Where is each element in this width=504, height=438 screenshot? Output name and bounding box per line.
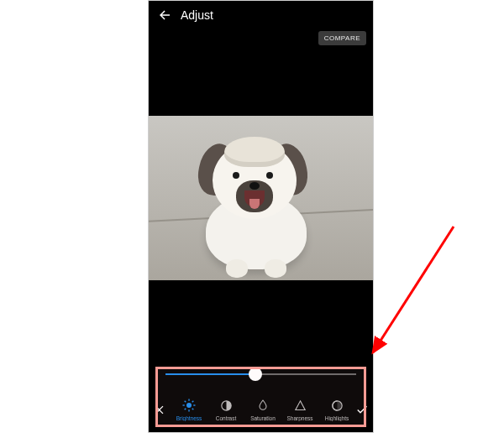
tool-highlights[interactable]: Highlights (318, 398, 351, 421)
tools-row: BrightnessContrastSaturationSharpnessHig… (149, 387, 373, 432)
svg-line-11 (373, 227, 454, 352)
photo-preview (149, 116, 373, 280)
tool-label: Sharpness (286, 415, 312, 421)
image-canvas[interactable] (149, 45, 373, 362)
tool-contrast[interactable]: Contrast (207, 398, 244, 421)
confirm-button[interactable] (351, 387, 373, 432)
dog-illustration (181, 135, 323, 278)
tool-label: Brightness (176, 415, 202, 421)
saturation-icon (255, 398, 270, 413)
tool-brightness[interactable]: Brightness (171, 398, 207, 421)
sharpness-icon (292, 398, 307, 413)
tool-label: Saturation (250, 415, 276, 421)
phone-frame: Adjust COMPARE (148, 0, 374, 433)
tool-label: Highlights (325, 415, 349, 421)
tool-sharpness[interactable]: Sharpness (281, 398, 318, 421)
adjust-slider[interactable] (149, 362, 373, 387)
compare-row: COMPARE (149, 31, 373, 45)
slider-thumb[interactable] (249, 368, 262, 381)
tool-saturation[interactable]: Saturation (244, 398, 281, 421)
slider-track (165, 373, 356, 375)
close-icon (154, 404, 166, 416)
brightness-icon (181, 398, 197, 413)
svg-line-8 (192, 401, 194, 403)
compare-button[interactable]: COMPARE (318, 31, 366, 45)
arrow-left-icon (157, 8, 172, 23)
check-icon (355, 403, 369, 416)
svg-line-5 (185, 401, 186, 403)
highlights-icon (329, 398, 344, 413)
contrast-icon (218, 398, 234, 413)
svg-point-0 (186, 403, 192, 408)
top-bar: Adjust (149, 1, 373, 29)
page-title: Adjust (181, 8, 213, 22)
cancel-button[interactable] (149, 387, 171, 432)
svg-line-7 (185, 409, 186, 410)
back-button[interactable] (157, 8, 172, 23)
tool-label: Contrast (216, 415, 237, 421)
svg-line-6 (192, 409, 194, 410)
